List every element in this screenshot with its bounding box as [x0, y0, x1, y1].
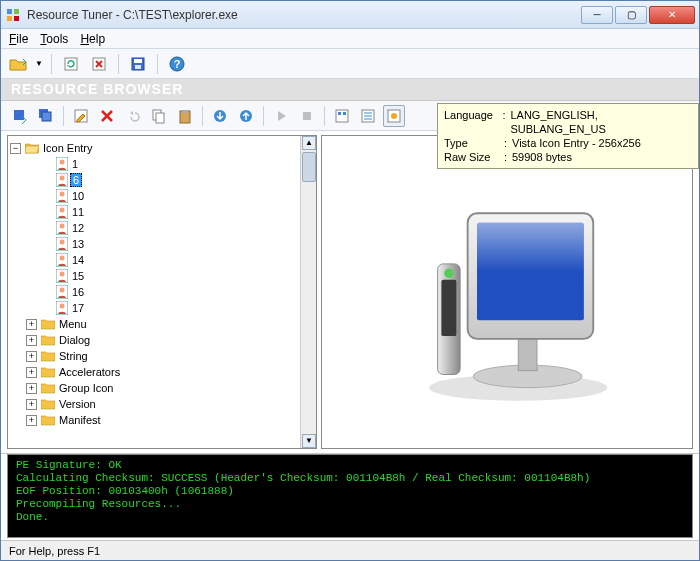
menu-file[interactable]: File	[9, 32, 28, 46]
svg-rect-18	[182, 110, 188, 113]
console-line: Calculating Checksum: SUCCESS (Header's …	[16, 472, 684, 485]
tree-folder[interactable]: +Menu	[10, 316, 314, 332]
main-area: −Icon Entry161011121314151617+Menu+Dialo…	[1, 131, 699, 454]
tree-folder[interactable]: +String	[10, 348, 314, 364]
svg-point-37	[60, 224, 65, 229]
tree-label[interactable]: 16	[70, 286, 86, 298]
svg-point-41	[60, 256, 65, 261]
tree-item[interactable]: 11	[10, 204, 314, 220]
tree-pane[interactable]: −Icon Entry161011121314151617+Menu+Dialo…	[7, 135, 317, 449]
undo-button[interactable]	[122, 105, 144, 127]
maximize-button[interactable]: ▢	[615, 6, 647, 24]
titlebar[interactable]: Resource Tuner - C:\TEST\explorer.exe ─ …	[1, 1, 699, 29]
tree-label[interactable]: Menu	[57, 318, 89, 330]
help-button[interactable]: ?	[166, 53, 188, 75]
tree-label[interactable]: Dialog	[57, 334, 92, 346]
down-button[interactable]	[209, 105, 231, 127]
tree-item[interactable]: 13	[10, 236, 314, 252]
expand-icon[interactable]: +	[26, 367, 37, 378]
console-line: Precompiling Resources...	[16, 498, 684, 511]
tree-label[interactable]: Icon Entry	[41, 142, 95, 154]
tree-label[interactable]: Accelerators	[57, 366, 122, 378]
expand-icon[interactable]: +	[26, 415, 37, 426]
tree-label[interactable]: 1	[70, 158, 80, 170]
folder-icon	[41, 398, 55, 410]
dropdown-icon[interactable]: ▼	[35, 59, 43, 68]
save-button[interactable]	[127, 53, 149, 75]
person-icon	[56, 301, 68, 315]
info-tooltip: Language:LANG_ENGLISH, SUBLANG_EN_US Typ…	[437, 103, 699, 169]
tree-folder[interactable]: +Version	[10, 396, 314, 412]
open-button[interactable]	[7, 53, 29, 75]
folder-icon	[41, 382, 55, 394]
tree-label[interactable]: 10	[70, 190, 86, 202]
expand-icon[interactable]: +	[26, 399, 37, 410]
paste-button[interactable]	[174, 105, 196, 127]
application-window: Resource Tuner - C:\TEST\explorer.exe ─ …	[0, 0, 700, 561]
tree-label[interactable]: String	[57, 350, 90, 362]
play-button[interactable]	[270, 105, 292, 127]
person-icon	[56, 237, 68, 251]
tree-folder[interactable]: +Accelerators	[10, 364, 314, 380]
tree-label[interactable]: Version	[57, 398, 98, 410]
tree-item[interactable]: 10	[10, 188, 314, 204]
tree-item[interactable]: 16	[10, 284, 314, 300]
view-button-2[interactable]	[357, 105, 379, 127]
svg-rect-4	[65, 58, 77, 70]
tree-item[interactable]: 1	[10, 156, 314, 172]
console-output[interactable]: PE Signature: OK Calculating Checksum: S…	[7, 454, 693, 538]
menu-help[interactable]: Help	[80, 32, 105, 46]
expand-icon[interactable]: +	[26, 319, 37, 330]
save-all-button[interactable]	[35, 105, 57, 127]
tree-root[interactable]: −Icon Entry	[10, 140, 314, 156]
minimize-button[interactable]: ─	[581, 6, 613, 24]
tree-label[interactable]: 11	[70, 206, 86, 218]
svg-rect-56	[477, 223, 584, 272]
tree-label[interactable]: 13	[70, 238, 86, 250]
tree-label[interactable]: Group Icon	[57, 382, 115, 394]
tree-item[interactable]: 12	[10, 220, 314, 236]
console-line: PE Signature: OK	[16, 459, 684, 472]
svg-rect-3	[14, 16, 19, 21]
tree-label[interactable]: 14	[70, 254, 86, 266]
view-button-1[interactable]	[331, 105, 353, 127]
stop-button[interactable]	[296, 105, 318, 127]
tree-item[interactable]: 15	[10, 268, 314, 284]
statusbar: For Help, press F1	[1, 540, 699, 560]
svg-rect-51	[441, 280, 456, 336]
close-button[interactable]: ✕	[649, 6, 695, 24]
copy-button[interactable]	[148, 105, 170, 127]
cancel-button[interactable]	[88, 53, 110, 75]
expand-icon[interactable]: +	[26, 335, 37, 346]
tree-item[interactable]: 6	[10, 172, 314, 188]
edit-button[interactable]	[70, 105, 92, 127]
expand-icon[interactable]: +	[26, 383, 37, 394]
tree-label[interactable]: 12	[70, 222, 86, 234]
save-resource-button[interactable]	[9, 105, 31, 127]
view-button-3[interactable]	[383, 105, 405, 127]
tree-folder[interactable]: +Group Icon	[10, 380, 314, 396]
tree-label[interactable]: 15	[70, 270, 86, 282]
tree-label[interactable]: Manifest	[57, 414, 103, 426]
scroll-up-icon[interactable]: ▲	[302, 136, 316, 150]
scroll-thumb[interactable]	[302, 152, 316, 182]
folder-icon	[41, 350, 55, 362]
scrollbar[interactable]: ▲ ▼	[300, 136, 316, 448]
up-button[interactable]	[235, 105, 257, 127]
tree-item[interactable]: 17	[10, 300, 314, 316]
delete-button[interactable]	[96, 105, 118, 127]
tree-item[interactable]: 14	[10, 252, 314, 268]
collapse-icon[interactable]: −	[10, 143, 21, 154]
tree-folder[interactable]: +Dialog	[10, 332, 314, 348]
menubar: File Tools Help	[1, 29, 699, 49]
expand-icon[interactable]: +	[26, 351, 37, 362]
tree-label[interactable]: 17	[70, 302, 86, 314]
tree-folder[interactable]: +Manifest	[10, 412, 314, 428]
person-icon	[56, 269, 68, 283]
person-icon	[56, 205, 68, 219]
menu-tools[interactable]: Tools	[40, 32, 68, 46]
app-icon	[5, 7, 21, 23]
refresh-button[interactable]	[60, 53, 82, 75]
tree-label[interactable]: 6	[70, 173, 82, 187]
scroll-down-icon[interactable]: ▼	[302, 434, 316, 448]
